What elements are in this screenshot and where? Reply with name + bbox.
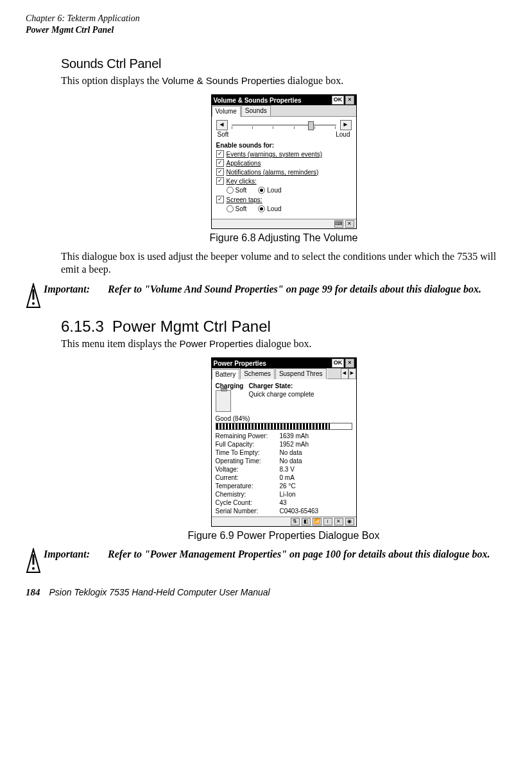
running-header-section: Power Mgmt Ctrl Panel	[26, 24, 506, 36]
charger-state-value: Quick charge complete	[248, 390, 352, 398]
section-number: 6.15.3	[61, 318, 104, 335]
keyclicks-soft-radio[interactable]	[227, 187, 234, 194]
sounds-intro: This option displays the Volume & Sounds…	[61, 74, 506, 88]
table-row: Chemistry:Li-Ion	[216, 490, 352, 499]
keyclicks-label: Key clicks:	[227, 177, 257, 185]
events-checkbox[interactable]: ✓	[216, 150, 224, 158]
dialog-tabs: Volume Sounds	[212, 105, 356, 117]
charger-state-label: Charger State:	[248, 382, 352, 390]
important-text-2: Refer to "Power Management Properties" o…	[108, 548, 506, 561]
svg-rect-4	[33, 554, 35, 565]
section-6-15-3-heading: 6.15.3 Power Mgmt Ctrl Panel	[61, 316, 506, 336]
screentaps-checkbox[interactable]: ✓	[216, 196, 224, 203]
enable-sounds-label: Enable sounds for:	[216, 141, 352, 149]
keyclicks-loud-radio[interactable]	[258, 187, 265, 194]
tab-sounds[interactable]: Sounds	[241, 105, 271, 116]
dialog-titlebar[interactable]: Volume & Sounds Properties OK ×	[212, 95, 356, 105]
section-title: Power Mgmt Ctrl Panel	[112, 318, 271, 335]
ok-button[interactable]: OK	[332, 96, 345, 105]
power-intro-pre: This menu item displays the	[61, 338, 176, 349]
battery-level-bar	[216, 423, 352, 430]
close-button[interactable]: ×	[345, 96, 354, 105]
power-properties-label: Power Properties	[179, 338, 253, 349]
sounds-intro-post: dialogue box.	[287, 75, 343, 86]
keyclicks-checkbox[interactable]: ✓	[216, 177, 224, 185]
tab-schemes[interactable]: Schemes	[240, 368, 275, 379]
power-dialog-title-text: Power Properties	[214, 359, 330, 368]
svg-rect-1	[33, 289, 35, 300]
notifications-label: Notifications (alarms, reminders)	[227, 168, 319, 176]
footer-manual-title: Psion Teklogix 7535 Hand-Held Computer U…	[49, 586, 270, 598]
power-dialog-titlebar[interactable]: Power Properties OK ×	[212, 358, 356, 368]
table-row: Operating Time:No data	[216, 457, 352, 465]
dialog-title-text: Volume & Sounds Properties	[214, 96, 330, 105]
important-icon	[26, 283, 44, 309]
keyclicks-soft-label: Soft	[236, 186, 247, 194]
power-close-button[interactable]: ×	[345, 359, 354, 368]
sip-icon[interactable]: ⌨	[334, 220, 343, 228]
page-number: 184	[26, 586, 40, 599]
tray-icon-3[interactable]: 📶	[313, 518, 322, 525]
running-header-chapter: Chapter 6: Tekterm Application	[26, 13, 506, 24]
dialog-statusbar: ⌨ ✕	[212, 219, 356, 228]
tray-icon-4[interactable]: i	[323, 518, 332, 525]
volume-decrease-button[interactable]: ◄	[216, 120, 228, 130]
table-row: Temperature:26 °C	[216, 482, 352, 490]
sounds-intro-pre: This option displays the	[61, 75, 159, 86]
keyclicks-loud-label: Loud	[267, 186, 281, 194]
power-intro: This menu item displays the Power Proper…	[61, 337, 506, 351]
after-figure-text: This dialogue box is used adjust the bee…	[61, 250, 506, 277]
table-row: Current:0 mA	[216, 474, 352, 482]
table-row: Voltage:8.3 V	[216, 465, 352, 474]
power-intro-post: dialogue box.	[255, 338, 311, 349]
screentaps-soft-label: Soft	[236, 205, 247, 213]
figure-6-9-caption: Figure 6.9 Power Properties Dialogue Box	[61, 529, 506, 543]
power-dialog-statusbar: ⇅ ◧ 📶 i ✕ ◉	[212, 516, 356, 526]
volume-increase-button[interactable]: ►	[340, 120, 352, 130]
screentaps-label: Screen taps:	[227, 196, 262, 204]
applications-checkbox[interactable]: ✓	[216, 159, 224, 167]
tray-icon-5[interactable]: ✕	[334, 518, 343, 525]
volume-slider-thumb[interactable]	[308, 121, 314, 130]
tab-scroll-left[interactable]: ◄	[341, 368, 348, 379]
notifications-checkbox[interactable]: ✓	[216, 168, 224, 176]
power-properties-dialog: Power Properties OK × Battery Schemes Su…	[211, 357, 357, 527]
important-icon-2	[26, 548, 44, 574]
volume-sounds-dialog: Volume & Sounds Properties OK × Volume S…	[211, 94, 357, 229]
tray-icon-2[interactable]: ◧	[302, 518, 311, 525]
table-row: Remaining Power:1639 mAh	[216, 432, 352, 440]
tab-volume[interactable]: Volume	[212, 106, 241, 117]
screentaps-loud-label: Loud	[267, 205, 281, 213]
screentaps-loud-radio[interactable]	[258, 205, 265, 212]
table-row: Full Capacity:1952 mAh	[216, 440, 352, 448]
table-row: Cycle Count:43	[216, 499, 352, 507]
table-row: Serial Number:C0403-65463	[216, 507, 352, 515]
tab-scroll-right[interactable]: ►	[348, 368, 356, 379]
soft-label: Soft	[218, 130, 229, 139]
charging-label: Charging	[216, 382, 244, 390]
screentaps-soft-radio[interactable]	[227, 205, 234, 212]
sounds-heading: Sounds Ctrl Panel	[61, 55, 506, 72]
tray-icon-1[interactable]: ⇅	[291, 518, 300, 525]
loud-label: Loud	[336, 130, 350, 139]
table-row: Time To Empty:No data	[216, 448, 352, 457]
volume-sounds-properties-label: Volume & Sounds Properties	[162, 75, 285, 86]
events-label: Events (warnings, system events)	[227, 150, 323, 158]
important-label: Important:	[44, 283, 108, 296]
battery-good-label: Good (84%)	[216, 414, 352, 423]
battery-icon	[216, 390, 231, 412]
applications-label: Applications	[227, 159, 261, 167]
power-ok-button[interactable]: OK	[332, 359, 345, 368]
svg-point-5	[32, 567, 35, 570]
tab-battery[interactable]: Battery	[212, 369, 240, 380]
svg-point-2	[32, 302, 35, 305]
volume-slider[interactable]	[229, 121, 339, 130]
important-text-1: Refer to "Volume And Sound Properties" o…	[108, 283, 506, 296]
tray-icon-6[interactable]: ◉	[345, 518, 354, 525]
battery-stats-table: Remaining Power:1639 mAh Full Capacity:1…	[216, 432, 352, 515]
tray-icon[interactable]: ✕	[345, 220, 354, 228]
important-label-2: Important:	[44, 548, 108, 561]
tab-suspend[interactable]: Suspend Thres	[275, 368, 327, 379]
figure-6-8-caption: Figure 6.8 Adjusting The Volume	[61, 232, 506, 245]
